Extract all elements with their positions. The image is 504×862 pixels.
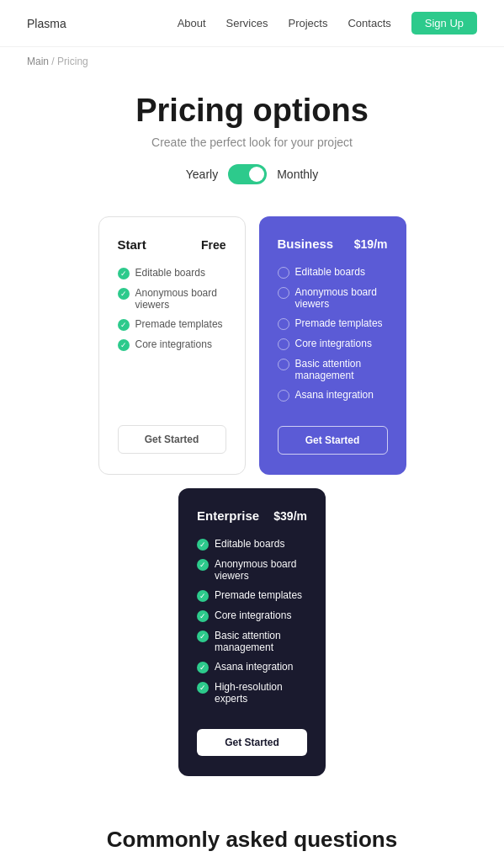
nav-links: About Services Projects Contacts Sign Up: [178, 12, 477, 35]
feature-label: Editable boards: [215, 538, 284, 550]
nav-projects[interactable]: Projects: [288, 17, 327, 29]
card-enterprise-price: $39/m: [273, 509, 307, 523]
hero-subtitle: Create the perfect look for your project: [17, 136, 487, 149]
feature-label: Anonymous board viewers: [215, 558, 307, 582]
check-icon: ✓: [197, 559, 209, 571]
card-business-price: $19/m: [354, 237, 388, 251]
check-icon: [278, 390, 289, 402]
feature-label: Anonymous board viewers: [135, 287, 226, 311]
card-start: Start Free ✓ Editable boards ✓ Anonymous…: [98, 216, 246, 475]
list-item: ✓ High-resolution experts: [197, 681, 307, 705]
check-icon: ✓: [197, 610, 209, 622]
feature-label: Premade templates: [135, 318, 223, 330]
list-item: ✓ Premade templates: [118, 318, 226, 331]
list-item: Asana integration: [278, 389, 388, 402]
feature-label: Basic attention management: [295, 358, 388, 381]
feature-label: Editable boards: [135, 267, 205, 279]
enterprise-get-started-button[interactable]: Get Started: [197, 729, 307, 756]
card-business-features: Editable boards Anonymous board viewers …: [278, 266, 388, 409]
toggle-yearly-label: Yearly: [186, 168, 218, 181]
list-item: Premade templates: [278, 317, 388, 330]
check-icon: ✓: [118, 319, 130, 331]
check-icon: ✓: [197, 662, 209, 673]
breadcrumb-current: Pricing: [57, 56, 88, 67]
card-enterprise-header: Enterprise $39/m: [197, 508, 307, 523]
business-get-started-button[interactable]: Get Started: [278, 426, 388, 455]
nav-contacts[interactable]: Contacts: [347, 17, 390, 29]
card-start-header: Start Free: [118, 237, 226, 252]
check-icon: [278, 267, 289, 279]
card-business-cta: Get Started: [278, 426, 388, 455]
list-item: ✓ Basic attention management: [197, 630, 307, 653]
list-item: ✓ Asana integration: [197, 661, 307, 673]
feature-label: High-resolution experts: [215, 681, 307, 705]
list-item: ✓ Premade templates: [197, 589, 307, 602]
check-icon: ✓: [197, 682, 209, 694]
check-icon: ✓: [197, 590, 209, 602]
feature-label: Premade templates: [295, 317, 383, 329]
brand-logo: Plasma: [27, 17, 66, 30]
feature-label: Editable boards: [295, 266, 365, 278]
feature-label: Basic attention management: [215, 630, 307, 653]
list-item: ✓ Editable boards: [118, 267, 226, 279]
card-start-cta: Get Started: [118, 425, 226, 454]
feature-label: Asana integration: [295, 389, 374, 401]
card-start-title: Start: [118, 237, 146, 252]
feature-label: Anonymous board viewers: [295, 286, 388, 310]
start-get-started-button[interactable]: Get Started: [118, 425, 226, 454]
faq-section: Commonly asked questions What is templat…: [0, 810, 504, 862]
check-icon: [278, 287, 289, 299]
card-enterprise: Enterprise $39/m ✓ Editable boards ✓ Ano…: [178, 488, 326, 776]
card-enterprise-cta: Get Started: [197, 729, 307, 756]
navigation: Plasma About Services Projects Contacts …: [0, 0, 504, 47]
card-business-header: Business $19/m: [278, 237, 388, 251]
card-start-price: Free: [201, 238, 226, 252]
check-icon: ✓: [118, 339, 130, 351]
list-item: ✓ Anonymous board viewers: [118, 287, 226, 311]
feature-label: Asana integration: [215, 661, 293, 673]
feature-label: Premade templates: [215, 589, 302, 601]
faq-title: Commonly asked questions: [40, 827, 464, 853]
feature-label: Core integrations: [135, 338, 212, 350]
breadcrumb: Main / Pricing: [0, 47, 504, 76]
breadcrumb-main[interactable]: Main: [27, 56, 49, 67]
card-start-features: ✓ Editable boards ✓ Anonymous board view…: [118, 267, 226, 408]
card-enterprise-features: ✓ Editable boards ✓ Anonymous board view…: [197, 538, 307, 712]
page-title: Pricing options: [17, 93, 487, 129]
nav-about[interactable]: About: [178, 17, 206, 29]
list-item: Anonymous board viewers: [278, 286, 388, 310]
list-item: Core integrations: [278, 338, 388, 350]
list-item: ✓ Core integrations: [118, 338, 226, 351]
list-item: Basic attention management: [278, 358, 388, 381]
list-item: ✓ Editable boards: [197, 538, 307, 551]
pricing-cards: Start Free ✓ Editable boards ✓ Anonymous…: [0, 216, 504, 810]
nav-services[interactable]: Services: [226, 17, 268, 29]
breadcrumb-separator: /: [51, 56, 54, 67]
feature-label: Core integrations: [215, 609, 291, 621]
check-icon: ✓: [118, 288, 130, 300]
list-item: ✓ Core integrations: [197, 609, 307, 622]
card-business-title: Business: [278, 237, 334, 251]
card-business: Business $19/m Editable boards Anonymous…: [259, 216, 406, 475]
billing-toggle[interactable]: [228, 164, 267, 184]
toggle-monthly-label: Monthly: [277, 168, 318, 181]
feature-label: Core integrations: [295, 338, 372, 349]
billing-toggle-row: Yearly Monthly: [17, 164, 487, 184]
check-icon: [278, 338, 289, 350]
check-icon: ✓: [118, 268, 130, 279]
nav-signup-button[interactable]: Sign Up: [411, 12, 477, 35]
hero-section: Pricing options Create the perfect look …: [0, 76, 504, 216]
list-item: ✓ Anonymous board viewers: [197, 558, 307, 582]
check-icon: [278, 318, 289, 330]
check-icon: ✓: [197, 539, 209, 551]
card-enterprise-title: Enterprise: [197, 508, 259, 523]
check-icon: [278, 359, 289, 370]
check-icon: ✓: [197, 631, 209, 642]
list-item: Editable boards: [278, 266, 388, 279]
